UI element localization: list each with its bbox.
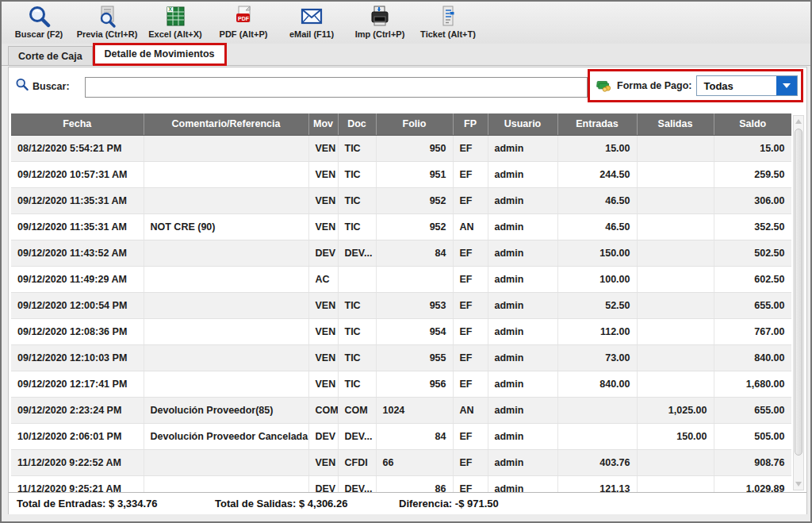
vertical-scrollbar[interactable] (793, 115, 804, 490)
table-row[interactable]: 09/12/2020 12:17:41 PMVENTIC956EFadmin84… (11, 371, 791, 397)
cell-entradas: 150.00 (557, 240, 637, 266)
cell-fp: EF (453, 187, 488, 213)
table-row[interactable]: 09/12/2020 11:49:29 AMACEFadmin100.00602… (11, 266, 791, 292)
cell-saldo: 908.76 (714, 449, 791, 475)
cell-doc: TIC (338, 161, 376, 187)
cell-comentario (144, 318, 308, 344)
cell-entradas: 15.00 (557, 135, 637, 161)
toolbar-button-email-f11[interactable]: eMail (F11) (278, 5, 346, 39)
scroll-up-arrow-icon[interactable] (794, 116, 803, 127)
toolbar-button-ticket-alt-t[interactable]: Ticket (Alt+T) (414, 5, 482, 39)
cell-folio (376, 266, 453, 292)
pdf-icon: PDF (232, 5, 255, 29)
payment-dropdown-value: Todas (697, 80, 776, 92)
cell-usuario: admin (488, 161, 557, 187)
table-row[interactable]: 09/12/2020 2:23:24 PMDevolución Proveedo… (11, 397, 791, 423)
cell-salidas (637, 449, 714, 475)
cell-saldo: 602.50 (714, 266, 791, 292)
column-header-fecha[interactable]: Fecha (11, 113, 144, 135)
column-header-fp[interactable]: FP (453, 113, 488, 135)
cell-fp: EF (453, 135, 488, 161)
column-header-mov[interactable]: Mov (308, 113, 338, 135)
cell-mov: VEN (308, 449, 338, 475)
cell-mov: DEV (308, 423, 338, 449)
table-row[interactable]: 09/12/2020 11:43:52 AMDEVDEV...84EFadmin… (11, 240, 791, 266)
cell-salidas: 1,025.00 (637, 397, 714, 423)
payment-filter-group: Forma de Pago: Todas (588, 69, 803, 102)
table-row[interactable]: 09/12/2020 12:08:36 PMVENTIC954EFadmin11… (11, 318, 791, 344)
cell-salidas (637, 344, 714, 371)
cell-comentario: Devolución Proveedor Cancelada (144, 423, 308, 449)
cell-mov: DEV (308, 475, 338, 492)
cell-salidas (637, 371, 714, 397)
tab-detalle-de-movimientos[interactable]: Detalle de Movimientos (93, 43, 227, 66)
cell-fecha: 09/12/2020 11:35:31 AM (11, 187, 144, 213)
cell-entradas: 100.00 (557, 266, 637, 292)
cell-usuario: admin (488, 266, 557, 292)
column-header-salidas[interactable]: Salidas (637, 113, 714, 135)
column-header-folio[interactable]: Folio (376, 113, 453, 135)
cell-fecha: 09/12/2020 10:57:31 AM (11, 161, 144, 187)
scrollbar-thumb[interactable] (795, 129, 802, 456)
table-row[interactable]: 08/12/2020 5:54:21 PMVENTIC950EFadmin15.… (11, 135, 791, 161)
table-row[interactable]: 11/12/2020 9:25:21 AMDEVDEV...86EFadmin1… (11, 475, 791, 492)
table-row[interactable]: 09/12/2020 10:57:31 AMVENTIC951EFadmin24… (11, 161, 791, 187)
cell-entradas: 403.76 (557, 449, 637, 475)
filter-row: Buscar: Forma de Pago: Todas (9, 67, 806, 107)
cell-salidas (637, 475, 714, 492)
column-header-entradas[interactable]: Entradas (557, 113, 637, 135)
cell-comentario (144, 240, 308, 266)
cell-mov: VEN (308, 292, 338, 318)
cell-doc: TIC (338, 187, 376, 213)
movements-table-wrap: FechaComentario/ReferenciaMovDocFolioFPU… (11, 113, 791, 492)
cell-saldo: 1,029.89 (714, 475, 791, 492)
table-row[interactable]: 10/12/2020 2:06:01 PMDevolución Proveedo… (11, 423, 791, 449)
toolbar-button-label: Buscar (F2) (15, 29, 63, 39)
payment-dropdown-button[interactable] (776, 76, 797, 95)
cell-salidas (637, 266, 714, 292)
toolbar-button-previa-ctrl-r[interactable]: Previa (Ctrl+R) (73, 5, 141, 39)
cell-doc: DEV... (338, 240, 376, 266)
search-input[interactable] (85, 77, 588, 98)
table-row[interactable]: 11/12/2020 9:22:52 AMVENCFDI66EFadmin403… (11, 449, 791, 475)
column-header-doc[interactable]: Doc (338, 113, 376, 135)
payment-dropdown[interactable]: Todas (696, 75, 798, 96)
cell-doc: TIC (338, 344, 376, 371)
table-row[interactable]: 09/12/2020 11:35:31 AMVENTIC952EFadmin46… (11, 187, 791, 213)
cell-fp: EF (453, 371, 488, 397)
total-entradas: Total de Entradas: $ 3,334.76 (17, 498, 158, 510)
cell-fecha: 11/12/2020 9:22:52 AM (11, 449, 144, 475)
app-window: Buscar (F2)Previa (Ctrl+R)XExcel (Alt+X)… (0, 0, 812, 523)
column-header-saldo[interactable]: Saldo (714, 113, 791, 135)
toolbar-button-excel-alt-x[interactable]: XExcel (Alt+X) (141, 5, 209, 39)
cell-usuario: admin (488, 213, 557, 240)
scroll-down-arrow-icon[interactable] (794, 479, 803, 490)
cell-fp: AN (453, 213, 488, 240)
table-row[interactable]: 09/12/2020 12:00:54 PMVENTIC953EFadmin52… (11, 292, 791, 318)
cell-folio: 955 (376, 344, 453, 371)
cell-entradas (557, 423, 637, 449)
cell-doc: COM (338, 397, 376, 423)
cell-saldo: 352.50 (714, 213, 791, 240)
toolbar-button-pdf-alt-p[interactable]: PDFPDF (Alt+P) (209, 5, 278, 39)
column-header-comentario-referencia[interactable]: Comentario/Referencia (144, 113, 308, 135)
cell-usuario: admin (488, 449, 557, 475)
cell-folio: 952 (376, 187, 453, 213)
cell-entradas (557, 397, 637, 423)
tab-bar: Corte de Caja Detalle de Movimientos (2, 44, 810, 66)
cell-fecha: 09/12/2020 11:43:52 AM (11, 240, 144, 266)
toolbar-button-buscar-f2[interactable]: Buscar (F2) (5, 5, 73, 39)
table-row[interactable]: 09/12/2020 12:10:03 PMVENTIC955EFadmin73… (11, 344, 791, 371)
cell-folio: 951 (376, 161, 453, 187)
cell-saldo: 306.00 (714, 187, 791, 213)
column-header-usuario[interactable]: Usuario (488, 113, 557, 135)
tab-corte-de-caja[interactable]: Corte de Caja (8, 46, 93, 65)
toolbar-button-label: eMail (F11) (289, 29, 334, 39)
cell-entradas: 73.00 (557, 344, 637, 371)
toolbar-button-label: Imp (Ctrl+P) (355, 29, 405, 39)
table-row[interactable]: 09/12/2020 11:35:31 AMNOT CRE (90)VENTIC… (11, 213, 791, 240)
cell-fp: EF (453, 161, 488, 187)
cell-comentario (144, 371, 308, 397)
cell-doc (338, 266, 376, 292)
toolbar-button-imp-ctrl-p[interactable]: Imp (Ctrl+P) (346, 5, 414, 39)
